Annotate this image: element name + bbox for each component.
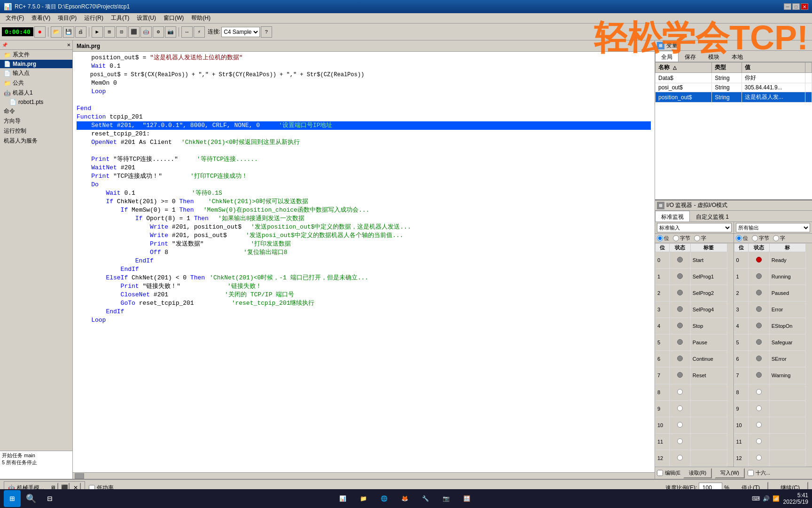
tool-run-btn[interactable]: ▶ [92, 26, 103, 38]
radio-bit-label[interactable]: 位 [657, 235, 669, 242]
tool-camera-btn[interactable]: 📷 [165, 26, 176, 38]
taskbar-app-4[interactable]: 🦊 [396, 490, 414, 507]
left-item-run-ctrl[interactable]: 运行控制 [0, 126, 72, 136]
left-item-files[interactable]: 📁 系文件 [0, 50, 72, 60]
io-output-row: 10 [734, 417, 806, 433]
io-read-btn[interactable]: 读取(R) [683, 468, 712, 478]
radio-out-word-label[interactable]: 字 [773, 235, 785, 242]
tool-save-btn[interactable]: 💾 [63, 26, 74, 38]
code-line-4: MemOn 0 [77, 79, 651, 87]
code-line-write2: Write #201, posi_out$ '发送posi_out$中定义的数据… [77, 231, 651, 240]
menu-view[interactable]: 查看(V) [28, 13, 54, 23]
io-tab-custom[interactable]: 自定义监视 1 [690, 211, 735, 222]
taskbar-app-1[interactable]: 📊 [334, 490, 352, 507]
tab-local[interactable]: 本地 [726, 51, 749, 62]
tab-module[interactable]: 模块 [702, 51, 726, 62]
taskbar-app-3[interactable]: 🌐 [375, 490, 394, 507]
io-output-row: 9 [734, 400, 806, 417]
menu-file[interactable]: 文件(F) [2, 13, 28, 23]
io-tab-bar: 标准监视 自定义监视 1 [655, 211, 812, 222]
var-row-posiout[interactable]: posi_out$ String 305.84.441.9... [656, 83, 812, 92]
io-hex-check[interactable] [748, 470, 754, 476]
menu-tools[interactable]: 工具(T) [107, 13, 133, 23]
left-item-robot-srv[interactable]: 机器人为服务 [0, 136, 72, 146]
start-btn[interactable]: ⊞ [4, 490, 21, 507]
code-area[interactable]: position_out$ = "这是机器人发送给上位机的数据" Wait 0.… [73, 52, 655, 472]
tool-settings-btn[interactable]: ⚙ [153, 26, 164, 38]
left-item-commands[interactable]: 命令 [0, 106, 72, 116]
left-item-common[interactable]: 📁 公共 [0, 78, 72, 88]
left-item-robot1-pts[interactable]: 📄 robot1.pts [0, 98, 72, 106]
taskview-btn[interactable]: ⊟ [41, 490, 58, 507]
tray-icon-1: ⌨ [752, 495, 760, 502]
code-line-print2: Print "TCP连接成功！" '打印TCP连接成功！ [77, 172, 651, 181]
radio-word-label[interactable]: 字 [694, 235, 706, 242]
radio-byte-label[interactable]: 字节 [673, 235, 690, 242]
io-input-select[interactable]: 标准输入 [657, 223, 732, 232]
radio-out-byte-label[interactable]: 字节 [752, 235, 769, 242]
connection-select[interactable]: C4 Sample [221, 27, 260, 37]
taskbar-app-7[interactable]: 🪟 [458, 490, 476, 507]
code-line-print4: Print "链接失败！" '链接失败！ [77, 282, 651, 291]
var-row-posout[interactable]: position_out$ String 这是机器人发... [656, 92, 812, 103]
var-row-data[interactable]: Data$ String 你好 [656, 73, 812, 83]
search-btn[interactable]: 🔍 [23, 490, 39, 507]
left-item-robot1[interactable]: 🤖 机器人1 [0, 88, 72, 98]
col-scroll[interactable] [805, 63, 812, 73]
tool-open-btn[interactable]: 📂 [51, 26, 62, 38]
taskbar-app-2[interactable]: 📁 [354, 490, 373, 507]
io-input-row: 4Stop [656, 318, 727, 334]
io-edit-check[interactable] [657, 470, 663, 476]
io-in-col-status: 状态 [670, 244, 690, 252]
minimize-btn[interactable]: ─ [784, 3, 791, 10]
var-value-posiout: 305.84.441.9... [742, 83, 805, 92]
col-value[interactable]: 值 [742, 63, 805, 73]
tab-save[interactable]: 保存 [679, 51, 702, 62]
tool-connect-btn[interactable]: ⚡ [194, 26, 205, 38]
menu-settings[interactable]: 设置(U) [133, 13, 160, 23]
clock-date: 2022/5/19 [783, 499, 808, 505]
radio-out-bit-label[interactable]: 位 [736, 235, 748, 242]
log-line-2: 5 所有任务停止 [2, 459, 70, 466]
tool-pause-btn[interactable]: ⊡ [116, 26, 127, 38]
menu-help[interactable]: 帮助(H) [187, 13, 214, 23]
tool-print-btn[interactable]: 🖨 [75, 26, 86, 38]
left-item-input[interactable]: 📄 输入点 [0, 68, 72, 78]
close-btn[interactable]: ✕ [801, 3, 808, 10]
timer-display: 0:00:40 [2, 27, 33, 36]
io-write-btn[interactable]: 写入(W) [715, 468, 745, 478]
code-scrollbar[interactable] [73, 472, 655, 479]
io-edit-checkbox[interactable]: 编辑(E [657, 469, 680, 476]
io-input-scrollbar[interactable] [727, 243, 734, 467]
stop-rec-btn[interactable]: ● [34, 26, 46, 38]
io-in-col-bit: 位 [656, 244, 670, 252]
left-item-direction[interactable]: 方向导 [0, 116, 72, 126]
menu-window[interactable]: 窗口(W) [160, 13, 187, 23]
code-line-if1: If ChkNet(201) >= 0 Then 'ChkNet(201)>0时… [77, 198, 651, 206]
io-output-scrollbar[interactable] [806, 243, 812, 467]
io-input-radio-bar: 位 字节 字 [655, 234, 734, 243]
tool-stop2-btn[interactable]: ⬛ [128, 26, 140, 38]
col-name[interactable]: 名称 △ [656, 63, 712, 73]
code-line-opennet: OpenNet #201 As Client 'ChkNet(201)<0时候返… [77, 138, 651, 147]
tray-icon-3: 📶 [773, 495, 780, 502]
taskbar-app-5[interactable]: 🔧 [416, 490, 435, 507]
tab-global[interactable]: 全局 [655, 51, 679, 62]
code-line-5: Loop [77, 87, 651, 96]
left-item-main-prg[interactable]: 📄 Main.prg [0, 60, 72, 68]
io-tab-standard[interactable]: 标准监视 [655, 211, 690, 222]
menu-project[interactable]: 项目(P) [54, 13, 80, 23]
tool-step-btn[interactable]: ⊞ [104, 26, 115, 38]
var-data-table: 名称 △ 类型 值 Data$ String 你好 [655, 62, 812, 103]
tool-robot-btn[interactable]: 🤖 [141, 26, 152, 38]
taskbar-app-6[interactable]: 📷 [437, 490, 456, 507]
menu-run[interactable]: 运行(R) [80, 13, 107, 23]
io-hex-checkbox[interactable]: 十六... [748, 469, 770, 476]
io-output-select[interactable]: 所有输出 [736, 223, 811, 232]
col-type[interactable]: 类型 [712, 63, 742, 73]
left-panel: 📌 ✕ 📁 系文件 📄 Main.prg 📄 输入点 📁 公共 🤖 机器人1 📄… [0, 40, 73, 479]
tool-help-btn[interactable]: ? [261, 26, 272, 38]
maximize-btn[interactable]: □ [792, 3, 800, 10]
tool-arrow-btn[interactable]: ↔ [181, 26, 193, 38]
panel-close-icon[interactable]: ✕ [67, 41, 70, 48]
